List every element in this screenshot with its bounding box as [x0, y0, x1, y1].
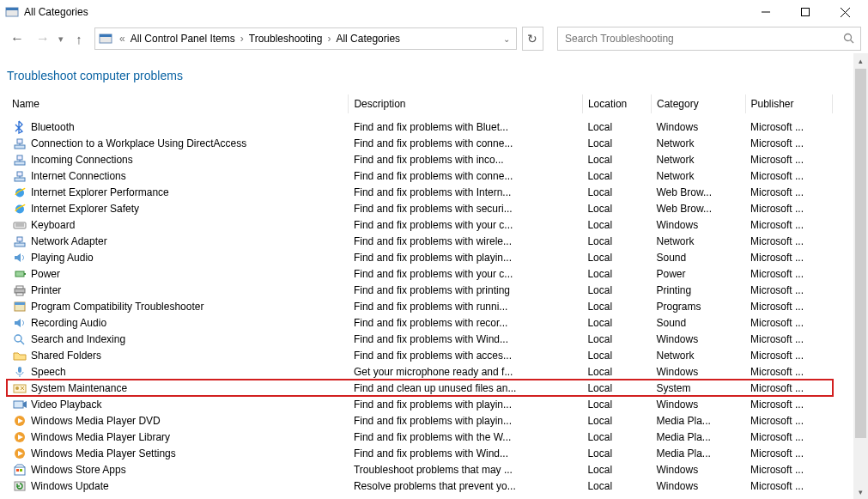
item-name-label: Power	[31, 268, 60, 280]
cell-location: Local	[582, 233, 651, 249]
search-icon[interactable]	[843, 33, 855, 45]
chevron-right-icon[interactable]: ›	[237, 33, 247, 45]
cell-name[interactable]: Windows Store Apps	[7, 461, 349, 478]
cell-name[interactable]: Power	[7, 265, 349, 282]
breadcrumb: « All Control Panel Items › Troubleshoot…	[116, 33, 499, 45]
search-box[interactable]	[557, 27, 861, 51]
column-header-publisher[interactable]: Publisher	[745, 94, 833, 113]
cell-name[interactable]: Speech	[7, 363, 349, 380]
cell-name[interactable]: Internet Explorer Performance	[7, 184, 349, 200]
table-row[interactable]: Shared FoldersFind and fix problems with…	[7, 347, 833, 363]
table-row[interactable]: Windows Media Player LibraryFind and fix…	[7, 429, 833, 445]
cell-publisher: Microsoft ...	[745, 233, 833, 249]
table-row[interactable]: Internet ConnectionsFind and fix problem…	[7, 167, 833, 184]
table-row[interactable]: Playing AudioFind and fix problems with …	[7, 249, 833, 265]
cell-name[interactable]: Internet Explorer Safety	[7, 200, 349, 216]
up-button[interactable]: ↑	[69, 28, 89, 49]
breadcrumb-item[interactable]: All Control Panel Items	[131, 33, 235, 45]
chevron-right-icon[interactable]: ›	[324, 33, 334, 45]
cell-name[interactable]: Windows Media Player Settings	[7, 445, 349, 461]
table-row[interactable]: Internet Explorer PerformanceFind and fi…	[7, 184, 833, 200]
forward-button[interactable]: →	[33, 28, 53, 49]
cell-name[interactable]: Shared Folders	[7, 347, 349, 363]
cell-name[interactable]: Search and Indexing	[7, 331, 349, 347]
minimize-button[interactable]	[746, 0, 786, 24]
table-row[interactable]: Windows Media Player DVDFind and fix pro…	[7, 412, 833, 429]
vertical-scrollbar[interactable]: ▴ ▾	[853, 53, 868, 499]
table-row[interactable]: Incoming ConnectionsFind and fix problem…	[7, 151, 833, 167]
table-row[interactable]: Search and IndexingFind and fix problems…	[7, 331, 833, 347]
table-row[interactable]: System MaintenanceFind and clean up unus…	[7, 380, 833, 396]
table-row[interactable]: Program Compatibility TroubleshooterFind…	[7, 298, 833, 314]
search-input[interactable]	[563, 32, 843, 46]
cell-location: Local	[582, 412, 651, 429]
table-row[interactable]: BluetoothFind and fix problems with Blue…	[7, 119, 833, 135]
address-dropdown[interactable]: ⌄	[499, 34, 514, 44]
column-header-name[interactable]: Name	[7, 94, 349, 113]
item-name-label: Program Compatibility Troubleshooter	[31, 301, 203, 313]
item-name-label: Speech	[31, 366, 66, 378]
cell-publisher: Microsoft ...	[745, 282, 833, 298]
cell-name[interactable]: Bluetooth	[7, 119, 349, 135]
bluetooth-icon	[12, 120, 27, 134]
cell-name[interactable]: Incoming Connections	[7, 151, 349, 167]
table-row[interactable]: Network AdapterFind and fix problems wit…	[7, 233, 833, 249]
cell-category: Network	[652, 347, 746, 363]
close-button[interactable]	[825, 0, 865, 24]
table-row[interactable]: Internet Explorer SafetyFind and fix pro…	[7, 200, 833, 216]
cell-name[interactable]: Connection to a Workplace Using DirectAc…	[7, 135, 349, 151]
item-name-label: Windows Store Apps	[31, 464, 126, 476]
recent-locations-dropdown[interactable]: ▾	[58, 33, 64, 45]
svg-rect-29	[15, 289, 25, 293]
maximize-button[interactable]	[786, 0, 825, 24]
cell-description: Find and fix problems with Wind...	[349, 445, 582, 461]
cell-name[interactable]: Video Playback	[7, 396, 349, 412]
wmp-icon	[12, 414, 27, 428]
breadcrumb-root-sep[interactable]: «	[116, 33, 129, 45]
cell-location: Local	[582, 314, 651, 331]
cell-name[interactable]: Playing Audio	[7, 249, 349, 265]
table-row[interactable]: PowerFind and fix problems with your c..…	[7, 265, 833, 282]
cell-name[interactable]: Program Compatibility Troubleshooter	[7, 298, 349, 314]
cell-publisher: Microsoft ...	[745, 363, 833, 380]
cell-name[interactable]: Windows Update	[7, 478, 349, 494]
cell-publisher: Microsoft ...	[745, 119, 833, 135]
cell-category: Windows	[652, 119, 746, 135]
table-row[interactable]: PrinterFind and fix problems with printi…	[7, 282, 833, 298]
cell-name[interactable]: Windows Media Player DVD	[7, 412, 349, 429]
back-button[interactable]: ←	[7, 28, 27, 49]
table-row[interactable]: Connection to a Workplace Using DirectAc…	[7, 135, 833, 151]
cell-name[interactable]: Windows Media Player Library	[7, 429, 349, 445]
breadcrumb-item[interactable]: All Categories	[336, 33, 400, 45]
app-icon	[5, 5, 19, 19]
cell-category: Sound	[652, 314, 746, 331]
cell-name[interactable]: System Maintenance	[7, 380, 349, 396]
table-row[interactable]: Recording AudioFind and fix problems wit…	[7, 314, 833, 331]
svg-rect-36	[18, 367, 21, 373]
cell-category: Web Brow...	[652, 200, 746, 216]
cell-name[interactable]: Internet Connections	[7, 167, 349, 184]
table-row[interactable]: Windows Store AppsTroubleshoot problems …	[7, 461, 833, 478]
column-header-location[interactable]: Location	[582, 94, 651, 113]
table-row[interactable]: Windows Media Player SettingsFind and fi…	[7, 445, 833, 461]
cell-name[interactable]: Printer	[7, 282, 349, 298]
table-row[interactable]: Windows UpdateResolve problems that prev…	[7, 478, 833, 494]
wmp-icon	[12, 447, 27, 460]
cell-name[interactable]: Network Adapter	[7, 233, 349, 249]
breadcrumb-item[interactable]: Troubleshooting	[249, 33, 323, 45]
table-row[interactable]: SpeechGet your microphone ready and f...…	[7, 363, 833, 380]
wmp-icon	[12, 430, 27, 444]
table-row[interactable]: Video PlaybackFind and fix problems with…	[7, 396, 833, 412]
column-header-description[interactable]: Description	[349, 94, 582, 113]
scroll-thumb[interactable]	[855, 69, 866, 438]
column-header-category[interactable]: Category	[652, 94, 746, 113]
svg-rect-16	[15, 178, 25, 181]
cell-name[interactable]: Recording Audio	[7, 314, 349, 331]
table-row[interactable]: KeyboardFind and fix problems with your …	[7, 216, 833, 233]
cell-name[interactable]: Keyboard	[7, 216, 349, 233]
address-bar[interactable]: « All Control Panel Items › Troubleshoot…	[94, 27, 517, 50]
refresh-button[interactable]: ↻	[522, 27, 543, 51]
cell-publisher: Microsoft ...	[745, 396, 833, 412]
scroll-down-button[interactable]: ▾	[853, 484, 868, 499]
scroll-up-button[interactable]: ▴	[853, 53, 868, 68]
